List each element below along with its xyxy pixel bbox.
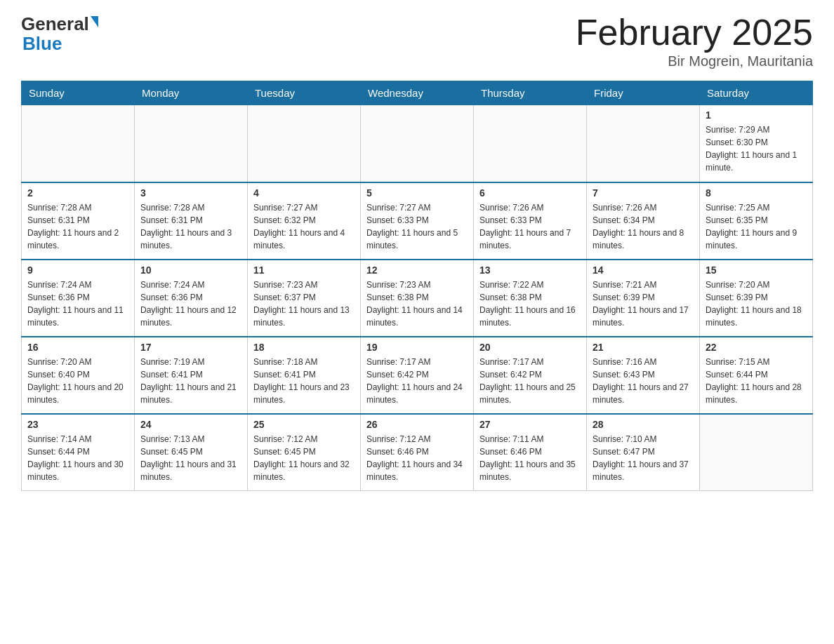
day-number: 14 <box>593 264 694 276</box>
calendar-cell: 8Sunrise: 7:25 AM Sunset: 6:35 PM Daylig… <box>700 182 813 260</box>
calendar-cell: 4Sunrise: 7:27 AM Sunset: 6:32 PM Daylig… <box>248 182 361 260</box>
calendar-header-row: SundayMondayTuesdayWednesdayThursdayFrid… <box>22 81 813 105</box>
day-number: 11 <box>253 264 355 276</box>
calendar-cell: 7Sunrise: 7:26 AM Sunset: 6:34 PM Daylig… <box>587 182 700 260</box>
day-number: 9 <box>27 264 128 276</box>
calendar-cell: 17Sunrise: 7:19 AM Sunset: 6:41 PM Dayli… <box>135 337 248 414</box>
calendar-cell <box>22 105 135 182</box>
calendar-cell: 15Sunrise: 7:20 AM Sunset: 6:39 PM Dayli… <box>700 260 813 337</box>
calendar-week-3: 9Sunrise: 7:24 AM Sunset: 6:36 PM Daylig… <box>22 260 813 337</box>
day-number: 1 <box>706 109 807 121</box>
day-info: Sunrise: 7:28 AM Sunset: 6:31 PM Dayligh… <box>140 201 241 252</box>
calendar-cell: 1Sunrise: 7:29 AM Sunset: 6:30 PM Daylig… <box>700 105 813 182</box>
calendar-cell: 25Sunrise: 7:12 AM Sunset: 6:45 PM Dayli… <box>248 414 361 491</box>
logo-general: General <box>21 13 89 34</box>
day-info: Sunrise: 7:17 AM Sunset: 6:42 PM Dayligh… <box>366 356 468 406</box>
col-header-saturday: Saturday <box>700 81 813 105</box>
day-info: Sunrise: 7:27 AM Sunset: 6:33 PM Dayligh… <box>366 201 468 252</box>
day-number: 10 <box>140 264 241 276</box>
calendar-cell <box>248 105 361 182</box>
calendar-week-5: 23Sunrise: 7:14 AM Sunset: 6:44 PM Dayli… <box>22 414 813 491</box>
day-number: 27 <box>479 419 581 430</box>
day-info: Sunrise: 7:12 AM Sunset: 6:45 PM Dayligh… <box>253 433 355 483</box>
calendar-cell: 6Sunrise: 7:26 AM Sunset: 6:33 PM Daylig… <box>474 182 587 260</box>
day-info: Sunrise: 7:26 AM Sunset: 6:34 PM Dayligh… <box>593 201 694 252</box>
day-number: 17 <box>140 342 241 353</box>
calendar-cell: 10Sunrise: 7:24 AM Sunset: 6:36 PM Dayli… <box>135 260 248 337</box>
col-header-friday: Friday <box>587 81 700 105</box>
day-info: Sunrise: 7:26 AM Sunset: 6:33 PM Dayligh… <box>479 201 581 252</box>
calendar-week-2: 2Sunrise: 7:28 AM Sunset: 6:31 PM Daylig… <box>22 182 813 260</box>
day-info: Sunrise: 7:20 AM Sunset: 6:39 PM Dayligh… <box>706 279 807 329</box>
calendar-week-1: 1Sunrise: 7:29 AM Sunset: 6:30 PM Daylig… <box>22 105 813 182</box>
calendar-cell <box>474 105 587 182</box>
day-number: 2 <box>27 187 128 199</box>
day-info: Sunrise: 7:17 AM Sunset: 6:42 PM Dayligh… <box>479 356 581 406</box>
day-info: Sunrise: 7:18 AM Sunset: 6:41 PM Dayligh… <box>253 356 355 406</box>
day-info: Sunrise: 7:13 AM Sunset: 6:45 PM Dayligh… <box>140 433 241 483</box>
day-info: Sunrise: 7:15 AM Sunset: 6:44 PM Dayligh… <box>706 356 807 406</box>
day-info: Sunrise: 7:19 AM Sunset: 6:41 PM Dayligh… <box>140 356 241 406</box>
day-number: 28 <box>593 419 694 430</box>
calendar-cell: 18Sunrise: 7:18 AM Sunset: 6:41 PM Dayli… <box>248 337 361 414</box>
col-header-thursday: Thursday <box>474 81 587 105</box>
calendar-cell: 5Sunrise: 7:27 AM Sunset: 6:33 PM Daylig… <box>361 182 474 260</box>
day-info: Sunrise: 7:29 AM Sunset: 6:30 PM Dayligh… <box>706 123 807 174</box>
day-number: 12 <box>366 264 468 276</box>
calendar-table: SundayMondayTuesdayWednesdayThursdayFrid… <box>21 81 813 491</box>
day-info: Sunrise: 7:28 AM Sunset: 6:31 PM Dayligh… <box>27 201 128 252</box>
day-number: 20 <box>479 342 581 353</box>
day-info: Sunrise: 7:22 AM Sunset: 6:38 PM Dayligh… <box>479 279 581 329</box>
day-number: 23 <box>27 419 128 430</box>
calendar-cell <box>361 105 474 182</box>
day-number: 25 <box>253 419 355 430</box>
calendar-cell: 11Sunrise: 7:23 AM Sunset: 6:37 PM Dayli… <box>248 260 361 337</box>
day-number: 22 <box>706 342 807 353</box>
calendar-cell: 23Sunrise: 7:14 AM Sunset: 6:44 PM Dayli… <box>22 414 135 491</box>
calendar-cell: 21Sunrise: 7:16 AM Sunset: 6:43 PM Dayli… <box>587 337 700 414</box>
calendar-cell: 14Sunrise: 7:21 AM Sunset: 6:39 PM Dayli… <box>587 260 700 337</box>
calendar-week-4: 16Sunrise: 7:20 AM Sunset: 6:40 PM Dayli… <box>22 337 813 414</box>
day-number: 6 <box>479 187 581 199</box>
logo: General Blue <box>21 14 98 53</box>
day-number: 26 <box>366 419 468 430</box>
day-number: 15 <box>706 264 807 276</box>
calendar-cell: 20Sunrise: 7:17 AM Sunset: 6:42 PM Dayli… <box>474 337 587 414</box>
calendar-cell: 22Sunrise: 7:15 AM Sunset: 6:44 PM Dayli… <box>700 337 813 414</box>
calendar-cell <box>135 105 248 182</box>
day-info: Sunrise: 7:12 AM Sunset: 6:46 PM Dayligh… <box>366 433 468 483</box>
day-info: Sunrise: 7:11 AM Sunset: 6:46 PM Dayligh… <box>479 433 581 483</box>
day-number: 7 <box>593 187 694 199</box>
calendar-cell <box>587 105 700 182</box>
day-info: Sunrise: 7:16 AM Sunset: 6:43 PM Dayligh… <box>593 356 694 406</box>
day-info: Sunrise: 7:23 AM Sunset: 6:37 PM Dayligh… <box>253 279 355 329</box>
col-header-monday: Monday <box>135 81 248 105</box>
calendar-cell: 24Sunrise: 7:13 AM Sunset: 6:45 PM Dayli… <box>135 414 248 491</box>
month-title: February 2025 <box>576 14 813 51</box>
day-number: 8 <box>706 187 807 199</box>
location-subtitle: Bir Mogrein, Mauritania <box>576 53 813 69</box>
day-info: Sunrise: 7:23 AM Sunset: 6:38 PM Dayligh… <box>366 279 468 329</box>
title-area: February 2025 Bir Mogrein, Mauritania <box>576 14 813 69</box>
day-number: 19 <box>366 342 468 353</box>
day-number: 24 <box>140 419 241 430</box>
day-info: Sunrise: 7:10 AM Sunset: 6:47 PM Dayligh… <box>593 433 694 483</box>
day-info: Sunrise: 7:27 AM Sunset: 6:32 PM Dayligh… <box>253 201 355 252</box>
day-info: Sunrise: 7:21 AM Sunset: 6:39 PM Dayligh… <box>593 279 694 329</box>
calendar-cell: 27Sunrise: 7:11 AM Sunset: 6:46 PM Dayli… <box>474 414 587 491</box>
calendar-cell <box>700 414 813 491</box>
calendar-cell: 3Sunrise: 7:28 AM Sunset: 6:31 PM Daylig… <box>135 182 248 260</box>
day-number: 5 <box>366 187 468 199</box>
col-header-wednesday: Wednesday <box>361 81 474 105</box>
day-number: 21 <box>593 342 694 353</box>
calendar-cell: 2Sunrise: 7:28 AM Sunset: 6:31 PM Daylig… <box>22 182 135 260</box>
calendar-cell: 28Sunrise: 7:10 AM Sunset: 6:47 PM Dayli… <box>587 414 700 491</box>
day-info: Sunrise: 7:24 AM Sunset: 6:36 PM Dayligh… <box>140 279 241 329</box>
col-header-tuesday: Tuesday <box>248 81 361 105</box>
calendar-cell: 12Sunrise: 7:23 AM Sunset: 6:38 PM Dayli… <box>361 260 474 337</box>
day-number: 16 <box>27 342 128 353</box>
day-number: 13 <box>479 264 581 276</box>
calendar-cell: 9Sunrise: 7:24 AM Sunset: 6:36 PM Daylig… <box>22 260 135 337</box>
day-info: Sunrise: 7:25 AM Sunset: 6:35 PM Dayligh… <box>706 201 807 252</box>
day-info: Sunrise: 7:24 AM Sunset: 6:36 PM Dayligh… <box>27 279 128 329</box>
